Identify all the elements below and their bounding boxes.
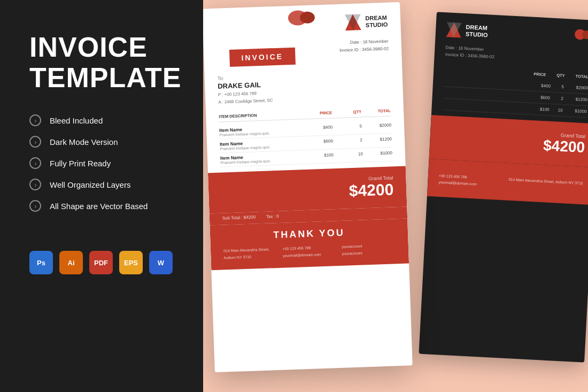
light-table: ITEM DESCRIPTION PRICE QTY TOTAL Item Na… (206, 108, 405, 168)
footer-social: youraccount youraccount (342, 242, 396, 258)
list-item: Fully Print Ready (29, 157, 174, 169)
invoice-dark: DREAMSTUDIO Date : 18 November Invoice I… (419, 12, 588, 362)
list-item: Bleed Included (29, 114, 174, 126)
chevron-right-icon (29, 136, 41, 148)
dark-logo: DREAMSTUDIO (446, 22, 489, 39)
dark-footer-info: +00 123 456 789 yourmail@domain.com 014 … (438, 173, 583, 194)
title-block: INVOICE TEMPLATE (29, 32, 174, 93)
word-icon: W (149, 251, 173, 274)
eps-icon: EPS (119, 251, 143, 274)
dark-footer: +00 123 456 789 yourmail@domain.com 014 … (427, 159, 588, 205)
client-section: To: DRAKE GAIL P : +00 123 456 789 A : 2… (204, 61, 404, 111)
right-panel: DREAMSTUDIO Date : 18 November Invoice I… (203, 0, 588, 392)
chevron-right-icon (29, 200, 41, 212)
left-panel: INVOICE TEMPLATE Bleed Included Dark Mod… (0, 0, 203, 392)
chevron-right-icon (29, 179, 41, 190)
chevron-right-icon (29, 157, 41, 169)
invoice-badge: INVOICE (229, 48, 296, 67)
light-decor-icon (288, 9, 315, 26)
invoice-id-block: Date : 18 November Invoice ID : 3456-398… (339, 38, 389, 54)
invoice-light: DREAMSTUDIO INVOICE Date : 18 November I… (203, 2, 413, 372)
pdf-icon: PDF (89, 251, 113, 274)
footer-grid: 014 Main Alexandria Street, Auburn NY 37… (223, 242, 396, 262)
light-logo: DREAMSTUDIO (345, 13, 388, 31)
dark-logo-icon (446, 22, 462, 37)
dark-table-rows: $400 5 $2000 $600 2 $1200 $100 10 $1000 (431, 74, 588, 118)
light-logo-icon (345, 14, 361, 30)
light-footer: THANK YOU 014 Main Alexandria Street, Au… (210, 219, 409, 271)
photoshop-icon: Ps (29, 251, 53, 274)
dark-logo-text: DREAMSTUDIO (466, 24, 489, 39)
dark-decor-icon (575, 29, 588, 41)
software-icons: Ps Ai PDF EPS W (29, 251, 174, 274)
list-item: All Shape are Vector Based (29, 200, 174, 212)
chevron-right-icon (29, 114, 41, 126)
features-list: Bleed Included Dark Mode Version Fully P… (29, 114, 174, 221)
illustrator-icon: Ai (59, 251, 83, 274)
footer-address: 014 Main Alexandria Street, Auburn NY 37… (223, 246, 277, 262)
footer-contact: +00 123 456 789 yourmail@domain.com (282, 244, 336, 259)
light-logo-text: DREAMSTUDIO (365, 14, 388, 29)
light-total-area: Grand Total $4200 (208, 166, 407, 214)
list-item: Dark Mode Version (29, 136, 174, 148)
list-item: Well Organized Layers (29, 179, 174, 190)
page-title: INVOICE TEMPLATE (29, 32, 174, 93)
